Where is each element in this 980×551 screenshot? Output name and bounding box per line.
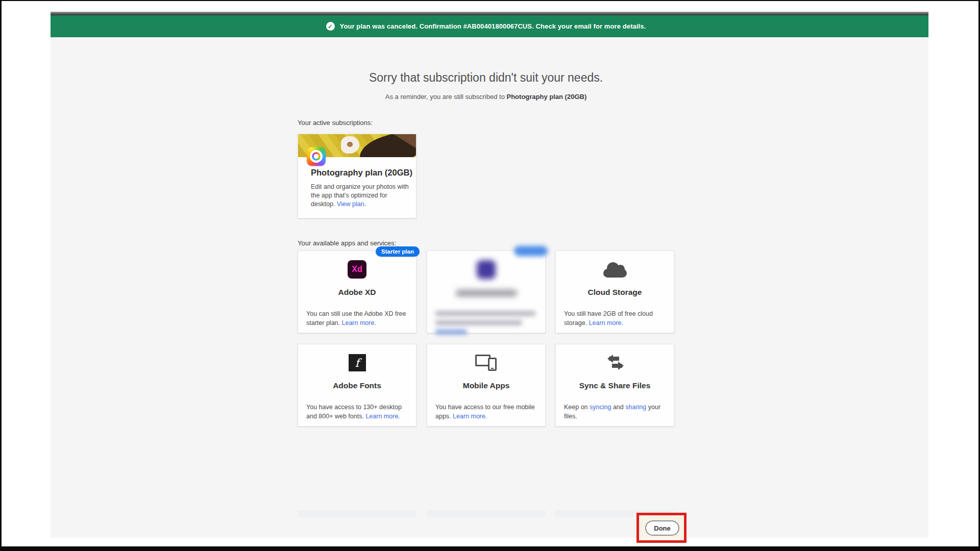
syncing-link[interactable]: syncing xyxy=(590,404,611,411)
card-description: Keep on syncing and sharing your files. xyxy=(564,403,667,421)
check-circle-icon: ✓ xyxy=(326,22,335,31)
learn-more-link[interactable]: Learn more. xyxy=(365,413,400,420)
card-title: Cloud Storage xyxy=(556,288,674,297)
learn-more-link[interactable]: Learn more. xyxy=(341,319,376,327)
blurred-app-icon xyxy=(477,260,496,279)
card-description: You have access to our free mobile apps.… xyxy=(435,403,538,421)
partial-card-top xyxy=(427,510,546,517)
sync-share-card: Sync & Share Files Keep on syncing and s… xyxy=(555,344,674,427)
page-title: Sorry that subscription didn't suit your… xyxy=(298,71,674,85)
desc-text: and xyxy=(611,404,625,411)
learn-more-link[interactable]: Learn more. xyxy=(589,319,623,327)
card-description: You have access to 130+ desktop and 800+… xyxy=(306,403,409,421)
mobile-apps-card: Mobile Apps You have access to our free … xyxy=(427,344,546,427)
photography-plan-card: Photography plan (20GB) Edit and organiz… xyxy=(298,134,416,218)
card-title: Adobe Fonts xyxy=(298,381,416,390)
view-plan-link[interactable]: View plan. xyxy=(337,201,366,208)
learn-more-link[interactable]: Learn more. xyxy=(453,413,487,420)
sync-arrows-icon xyxy=(604,354,626,371)
blurred-title xyxy=(456,290,517,296)
reminder-plan-name: Photography plan (20GB) xyxy=(507,93,587,101)
plan-card-description: Edit and organize your photos with the a… xyxy=(311,183,409,209)
available-apps-label: Your available apps and services: xyxy=(298,239,396,247)
adobe-fonts-card: f Adobe Fonts You have access to 130+ de… xyxy=(298,344,416,427)
creative-cloud-icon xyxy=(307,147,326,166)
cancellation-success-banner: ✓ Your plan was canceled. Confirmation #… xyxy=(51,15,928,37)
card-description: You can still use the Adobe XD free star… xyxy=(306,309,409,328)
adobe-xd-card: Starter plan Xd Adobe XD You can still u… xyxy=(298,251,416,333)
active-subscriptions-label: Your active subscriptions: xyxy=(298,119,373,127)
cloud-icon xyxy=(603,269,627,278)
partial-card-top xyxy=(298,510,416,517)
blurred-badge xyxy=(514,246,548,256)
desc-text: Keep on xyxy=(564,404,590,411)
mobile-devices-icon xyxy=(475,354,498,372)
blurred-text-line xyxy=(435,311,535,316)
screenshot-frame: ✓ Your plan was canceled. Confirmation #… xyxy=(0,0,980,551)
blurred-link xyxy=(435,330,467,334)
card-title: Mobile Apps xyxy=(427,381,545,390)
adobe-xd-icon: Xd xyxy=(348,260,366,279)
blurred-text-line xyxy=(435,320,522,325)
card-description: You still have 2GB of free cloud storage… xyxy=(564,309,667,328)
photo-flower-shape xyxy=(341,136,359,154)
adobe-fonts-icon: f xyxy=(349,354,366,371)
banner-message: Your plan was canceled. Confirmation #AB… xyxy=(340,22,646,30)
reminder-text: As a reminder, you are still subscribed … xyxy=(385,93,507,101)
cloud-storage-card: Cloud Storage You still have 2GB of free… xyxy=(555,251,674,333)
done-button[interactable]: Done xyxy=(645,520,679,536)
plan-card-title: Photography plan (20GB) xyxy=(311,168,412,178)
card-title: Sync & Share Files xyxy=(556,381,674,390)
blurred-app-card xyxy=(427,251,546,333)
subscription-reminder: As a reminder, you are still subscribed … xyxy=(298,93,674,101)
sharing-link[interactable]: sharing xyxy=(625,404,646,411)
card-title: Adobe XD xyxy=(298,288,416,297)
adobe-account-page: ✓ Your plan was canceled. Confirmation #… xyxy=(51,12,928,538)
starter-plan-badge: Starter plan xyxy=(376,246,420,257)
page-top-strip xyxy=(51,12,928,15)
